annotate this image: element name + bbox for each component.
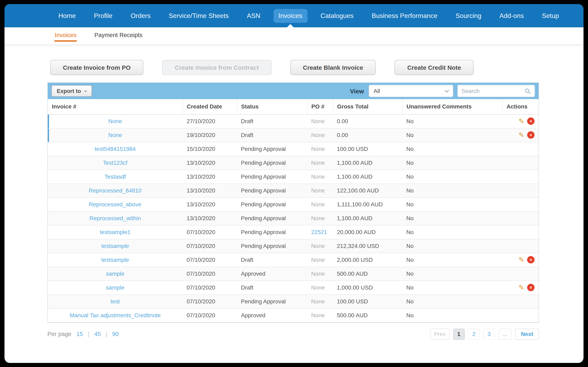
nav-item-catalogues[interactable]: Catalogues xyxy=(316,9,359,23)
po-value: None xyxy=(311,215,325,221)
invoice-link[interactable]: Reprocessed_above xyxy=(89,201,141,208)
created-date-cell: 19/10/2020 xyxy=(182,128,237,142)
gross-total-cell: 1,100.00 AUD xyxy=(333,170,402,184)
delete-icon[interactable]: ✕ xyxy=(527,284,535,291)
unanswered-comments-cell: No xyxy=(402,156,502,170)
invoice-link[interactable]: test xyxy=(111,298,120,305)
invoices-table: Invoice #Created DateStatusPO #Gross Tot… xyxy=(48,99,539,322)
view-select[interactable]: All xyxy=(369,85,453,97)
invoice-link[interactable]: sample xyxy=(106,284,124,291)
invoice-link[interactable]: Testasdf xyxy=(104,173,126,180)
gross-total-cell: 100.00 USD xyxy=(333,142,402,156)
nav-item-asn[interactable]: ASN xyxy=(242,9,265,23)
invoice-link[interactable]: testsample xyxy=(101,243,129,249)
delete-icon[interactable]: ✕ xyxy=(527,131,535,139)
search-input[interactable] xyxy=(461,88,522,94)
actions-cell xyxy=(502,225,539,239)
nav-item-add-ons[interactable]: Add-ons xyxy=(494,9,528,23)
nav-item-invoices[interactable]: Invoices xyxy=(274,9,307,23)
subnav-tab-payment-receipts[interactable]: Payment Receipts xyxy=(94,30,143,42)
per-page-option-45[interactable]: 45 xyxy=(94,331,101,337)
per-page-option-90[interactable]: 90 xyxy=(112,331,119,337)
nav-item-home[interactable]: Home xyxy=(53,9,81,23)
status-cell: Pending Approval xyxy=(237,197,307,211)
delete-icon[interactable]: ✕ xyxy=(527,117,535,125)
invoice-link[interactable]: testsample1 xyxy=(100,229,131,235)
actions-cell xyxy=(502,239,539,253)
invoice-cell: testsample xyxy=(48,239,182,253)
po-cell: None xyxy=(307,114,333,128)
create-credit-note-button[interactable]: Create Credit Note xyxy=(395,60,474,75)
search-icon[interactable] xyxy=(525,88,531,94)
nav-item-business-performance[interactable]: Business Performance xyxy=(367,9,442,23)
invoice-row: testsample07/10/2020Pending ApprovalNone… xyxy=(48,239,539,253)
invoice-cell: test xyxy=(48,294,182,308)
po-cell: None xyxy=(307,184,333,197)
invoice-link[interactable]: Reprocessed_64810 xyxy=(89,187,141,194)
edit-pencil-icon[interactable]: ✎ xyxy=(519,132,525,138)
per-page-option-15[interactable]: 15 xyxy=(76,331,83,337)
actions-cell: ✎✕ xyxy=(502,128,539,142)
invoice-row: testsample07/10/2020DraftNone2,000.00 US… xyxy=(48,253,539,267)
invoice-link[interactable]: sample xyxy=(106,270,124,277)
actions-cell xyxy=(502,170,539,184)
pagination-3[interactable]: 3 xyxy=(483,328,495,340)
po-cell: None xyxy=(307,281,333,294)
create-invoice-from-po-button[interactable]: Create Invoice from PO xyxy=(50,60,143,75)
status-cell: Draft xyxy=(237,253,307,267)
invoice-row: None27/10/2020DraftNone0.00No✎✕ xyxy=(48,114,539,128)
created-date-cell: 07/10/2020 xyxy=(182,308,237,322)
created-date-cell: 27/10/2020 xyxy=(182,114,237,128)
nav-item-sourcing[interactable]: Sourcing xyxy=(450,9,486,23)
pagination-next[interactable]: Next xyxy=(515,328,539,340)
pagination-1[interactable]: 1 xyxy=(453,328,465,340)
edit-pencil-icon[interactable]: ✎ xyxy=(519,118,525,125)
status-cell: Approved xyxy=(237,308,307,322)
gross-total-cell: 0.00 xyxy=(333,128,402,142)
subnav-tab-invoices[interactable]: Invoices xyxy=(54,30,77,42)
delete-icon[interactable]: ✕ xyxy=(527,256,535,263)
status-cell: Pending Approval xyxy=(237,239,307,253)
actions-cell xyxy=(502,211,539,225)
invoice-link[interactable]: None xyxy=(108,132,122,138)
unanswered-comments-cell: No xyxy=(402,239,502,253)
export-to-button[interactable]: Export to xyxy=(52,85,92,97)
pagination-2[interactable]: 2 xyxy=(468,328,480,340)
table-toolbar: Export to View All xyxy=(48,83,539,99)
gross-total-cell: 20,000.00 AUD xyxy=(333,225,402,239)
create-blank-invoice-button[interactable]: Create Blank Invoice xyxy=(290,60,376,75)
edit-pencil-icon[interactable]: ✎ xyxy=(519,284,525,291)
unanswered-comments-cell: No xyxy=(402,128,502,142)
create-invoice-from-contract-button[interactable]: Create Invoice from Contract xyxy=(162,60,272,75)
invoice-row: sample07/10/2020ApprovedNone500.00 AUDNo xyxy=(48,267,539,281)
invoice-row: sample07/10/2020DraftNone1,000.00 USDNo✎… xyxy=(48,281,539,294)
invoice-link[interactable]: Manual Tax adjustments_Creditnote xyxy=(70,312,161,318)
create-buttons-row: Create Invoice from POCreate Invoice fro… xyxy=(50,60,584,75)
invoice-link[interactable]: testsample xyxy=(101,257,129,263)
unanswered-comments-cell: No xyxy=(402,142,502,156)
invoice-link[interactable]: test5484151984 xyxy=(95,146,136,152)
gross-total-cell: 100.00 USD xyxy=(333,294,402,308)
pagination-prev[interactable]: Prev xyxy=(430,328,450,340)
edit-pencil-icon[interactable]: ✎ xyxy=(519,256,525,263)
nav-item-profile[interactable]: Profile xyxy=(89,9,117,23)
po-link[interactable]: 22521 xyxy=(311,229,327,235)
per-page-separator: | xyxy=(106,331,107,337)
nav-item-service-time-sheets[interactable]: Service/Time Sheets xyxy=(164,9,233,23)
invoice-link[interactable]: None xyxy=(108,118,122,124)
po-value: None xyxy=(311,312,325,318)
nav-item-setup[interactable]: Setup xyxy=(537,9,564,23)
per-page-options: 15|45|90 xyxy=(76,331,119,337)
pagination-ellipsis[interactable]: … xyxy=(498,328,511,340)
export-to-label: Export to xyxy=(57,88,81,94)
gross-total-cell: 500.00 AUD xyxy=(333,267,402,281)
status-cell: Approved xyxy=(237,267,307,281)
nav-item-orders[interactable]: Orders xyxy=(126,9,156,23)
po-value: None xyxy=(311,132,325,138)
invoice-link[interactable]: Test123cf xyxy=(103,159,127,166)
po-value: None xyxy=(311,201,325,208)
po-cell: None xyxy=(307,170,333,184)
invoice-link[interactable]: Reprocessed_within xyxy=(89,215,141,221)
po-cell: None xyxy=(307,253,333,267)
view-label: View xyxy=(350,87,364,94)
